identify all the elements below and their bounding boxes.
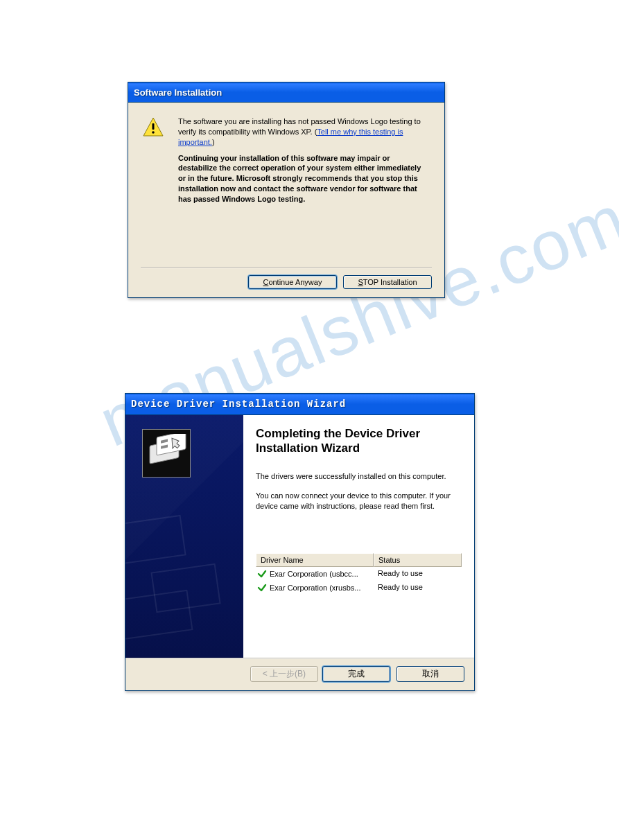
check-icon: [257, 583, 267, 593]
driver-status-cell: Ready to use: [374, 568, 462, 579]
continue-anyway-button[interactable]: Continue Anyway: [248, 275, 337, 289]
column-driver-name[interactable]: Driver Name: [256, 553, 374, 567]
wizard-heading: Completing the Device Driver Installatio…: [256, 426, 462, 456]
wizard-instruction-message: You can now connect your device to this …: [256, 491, 462, 511]
driver-table: Driver Name Status Exar Corporation (usb…: [256, 553, 462, 595]
warning-message-intro: The software you are installing has not …: [178, 116, 430, 148]
wizard-sidebar-image: [125, 415, 243, 658]
device-driver-wizard-dialog: Device Driver Installation Wizard Comple…: [125, 393, 475, 691]
check-icon: [257, 569, 267, 579]
cancel-button[interactable]: 取消: [396, 666, 464, 682]
table-row: Exar Corporation (usbcc... Ready to use: [256, 567, 462, 581]
stop-installation-button[interactable]: STOP Installation: [343, 275, 432, 289]
driver-name-cell: Exar Corporation (usbcc...: [270, 570, 358, 578]
svg-point-2: [152, 131, 155, 134]
software-installation-dialog: Software Installation The software you a…: [128, 82, 445, 298]
dialog-titlebar[interactable]: Software Installation: [128, 82, 444, 103]
driver-name-cell: Exar Corporation (xrusbs...: [270, 584, 360, 592]
column-status[interactable]: Status: [374, 553, 462, 567]
finish-button[interactable]: 完成: [322, 666, 390, 682]
dialog-title: Device Driver Installation Wizard: [131, 399, 346, 410]
warning-icon: [142, 116, 164, 139]
wizard-success-message: The drivers were successfully installed …: [256, 471, 462, 482]
back-button: < 上一步(B): [250, 666, 318, 682]
svg-rect-4: [157, 434, 186, 455]
dialog-title: Software Installation: [134, 87, 222, 98]
warning-message-bold: Continuing your installation of this sof…: [178, 153, 430, 204]
driver-card-icon: [147, 434, 187, 474]
driver-status-cell: Ready to use: [374, 582, 462, 593]
table-header: Driver Name Status: [256, 553, 462, 567]
dialog-titlebar[interactable]: Device Driver Installation Wizard: [125, 394, 474, 415]
svg-rect-1: [152, 123, 155, 130]
table-row: Exar Corporation (xrusbs... Ready to use: [256, 581, 462, 595]
